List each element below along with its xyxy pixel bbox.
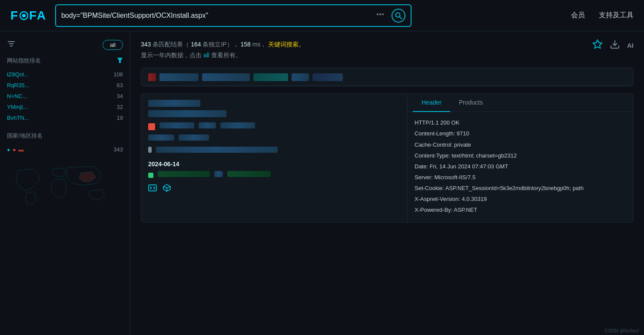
keyword-search-link[interactable]: 关键词搜索。	[268, 41, 305, 48]
download-icon[interactable]	[610, 39, 620, 52]
blurred-sep	[214, 171, 223, 177]
world-map	[7, 164, 123, 207]
svg-point-1	[22, 14, 26, 17]
search-input[interactable]	[61, 12, 375, 20]
all-badge[interactable]: all	[103, 40, 123, 50]
view-all-suffix: 查看所有。	[211, 52, 242, 59]
cube-icon[interactable]	[163, 184, 171, 194]
ellipsis-icon	[376, 10, 385, 19]
svg-point-3	[379, 13, 381, 15]
logo-text: F	[10, 9, 19, 23]
country-title-label: 国家/地区排名	[7, 132, 43, 140]
svg-line-15	[150, 188, 152, 189]
code-icon[interactable]	[148, 184, 157, 194]
results-total: 343	[141, 41, 151, 48]
blurred-val1	[159, 122, 194, 128]
fingerprint-section-title: 网站指纹排名	[7, 57, 123, 65]
blurred-val4	[148, 135, 174, 141]
fingerprint-list: tZ8Qnl...106RqR35...63N+NC...34YMmjl...3…	[7, 69, 123, 123]
svg-rect-13	[149, 185, 156, 191]
blurred-ip2	[253, 73, 288, 81]
blurred-title	[148, 100, 200, 107]
blurred-host1	[202, 73, 250, 81]
svg-line-20	[163, 187, 167, 188]
search-button[interactable]	[392, 9, 405, 23]
header-content-length: Content-Length: 9710	[415, 129, 626, 138]
fingerprint-list-item[interactable]: N+NC...34	[7, 91, 123, 102]
flag-icon	[148, 73, 156, 81]
fingerprint-list-item[interactable]: BvhTN...19	[7, 112, 123, 123]
funnel-icon	[117, 57, 123, 65]
main-layout: all 网站指纹排名 tZ8Qnl...106RqR35...63N+NC...…	[0, 31, 644, 335]
tab-header[interactable]: Header	[413, 94, 450, 112]
header-content: HTTP/1.1 200 OK Content-Length: 9710 Cac…	[408, 112, 633, 222]
star-icon[interactable]	[592, 39, 603, 52]
blurred-bracket	[148, 147, 152, 153]
card-detail-row4	[148, 171, 400, 180]
search-bar	[55, 4, 412, 27]
results-unit1: 条匹配结果（	[153, 41, 189, 48]
results-info: 343 条匹配结果（ 164 条独立IP）， 158 ms， 关键词搜索。 显示…	[141, 39, 634, 61]
card-detail-row1	[148, 122, 400, 131]
filter-icon[interactable]	[7, 40, 16, 50]
page-footer: CSDN @0xSecl	[605, 328, 639, 333]
card-footer-icons	[148, 184, 400, 194]
header-set-cookie: Set-Cookie: ASP.NET_SessionId=5k3e2mdbil…	[415, 184, 626, 193]
search-icon	[395, 12, 402, 19]
fingerprint-title-label: 网站指纹排名	[7, 57, 41, 65]
svg-marker-10	[117, 58, 123, 63]
svg-point-2	[377, 13, 378, 15]
header-x-powered-by: X-Powered-By: ASP.NET	[415, 205, 626, 215]
fingerprint-list-item[interactable]: tZ8Qnl...106	[7, 69, 123, 80]
blurred-val3	[220, 122, 255, 128]
card-detail-row2	[148, 135, 400, 143]
header-cache-control: Cache-Control: private	[415, 140, 626, 150]
blurred-subtitle	[148, 110, 226, 117]
header-date: Date: Fri, 14 Jun 2024 07:47:03 GMT	[415, 162, 626, 171]
api-icon[interactable]: AI	[627, 42, 634, 49]
blurred-port	[292, 73, 309, 81]
all-link[interactable]: all	[203, 52, 209, 59]
results-unit3: ms，	[252, 41, 267, 48]
tab-products[interactable]: Products	[450, 94, 491, 112]
search-actions	[375, 9, 405, 23]
more-options-button[interactable]	[375, 9, 385, 22]
blurred-val2	[199, 122, 216, 128]
status-dot-green	[148, 173, 153, 178]
card-top-row	[141, 68, 633, 86]
fingerprint-list-item[interactable]: RqR35...63	[7, 80, 123, 91]
nav-support-tools[interactable]: 支持及工具	[599, 11, 634, 20]
footer-text: CSDN @0xSecl	[605, 328, 639, 333]
blurred-tag	[312, 73, 343, 81]
header-x-aspnet: X-Aspnet-Version: 4.0.30319	[415, 194, 626, 204]
result-date: 2024-06-14	[148, 161, 400, 168]
svg-point-4	[382, 13, 384, 15]
blurred-tag-green2	[227, 171, 271, 177]
result-card-main: 2024-06-14	[141, 93, 634, 223]
card-detail-row3	[148, 147, 400, 155]
logo-circle-icon	[19, 11, 29, 20]
country-list: ●●▬343	[7, 144, 123, 155]
blurred-tag-green	[158, 171, 210, 177]
logo-text2: FA	[29, 9, 46, 23]
content-area: 343 条匹配结果（ 164 条独立IP）， 158 ms， 关键词搜索。 显示…	[130, 31, 644, 335]
svg-marker-11	[593, 40, 602, 48]
nav-links: 会员 支持及工具	[571, 11, 634, 20]
header-status: HTTP/1.1 200 OK	[415, 118, 626, 128]
header-server: Server: Microsoft-IIS/7.5	[415, 173, 626, 182]
fingerprint-list-item[interactable]: YMmjl...32	[7, 102, 123, 112]
tabs-row: Header Products	[408, 94, 633, 112]
status-dot-red	[148, 123, 155, 130]
results-actions: AI	[592, 39, 634, 52]
results-unit2: 条独立IP），	[202, 41, 239, 48]
results-summary: 343 条匹配结果（ 164 条独立IP）， 158 ms， 关键词搜索。 显示…	[141, 39, 305, 61]
country-list-item[interactable]: ●●▬343	[7, 144, 123, 155]
logo: F FA	[10, 9, 46, 23]
display-note: 显示一年内数据，点击	[141, 52, 202, 59]
header-content-type: Content-Type: text/html; charset=gb2312	[415, 151, 626, 161]
svg-line-17	[153, 188, 155, 189]
header: F FA 会员 支持及工具	[0, 0, 644, 31]
blurred-val5	[179, 135, 209, 141]
blurred-url	[156, 147, 278, 153]
nav-member[interactable]: 会员	[571, 11, 585, 20]
